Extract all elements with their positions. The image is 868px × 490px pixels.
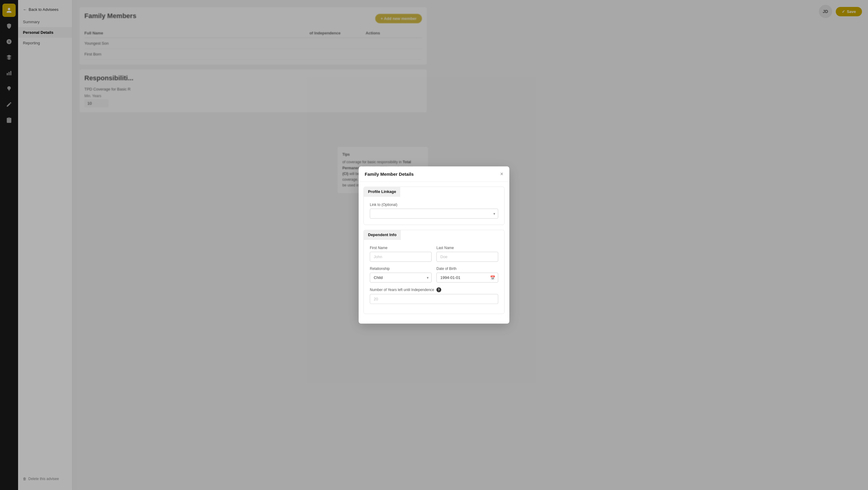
link-to-label: Link to (Optional) — [370, 203, 434, 207]
profile-linkage-card: Profile Linkage Link to (Optional) ▾ — [364, 187, 434, 225]
dependent-info-body: First Name Last Name Relationship — [364, 240, 434, 245]
modal-title: Family Member Details — [365, 171, 414, 176]
modal-header: Family Member Details × — [359, 167, 434, 182]
link-to-select[interactable] — [370, 209, 434, 219]
profile-linkage-body: Link to (Optional) ▾ — [364, 197, 434, 225]
dependent-info-card: Dependent Info First Name Last Name — [364, 230, 434, 245]
dependent-info-header: Dependent Info — [364, 230, 401, 240]
profile-linkage-header: Profile Linkage — [364, 187, 400, 197]
family-member-modal: Family Member Details × Profile Linkage … — [359, 167, 434, 245]
modal-body: Profile Linkage Link to (Optional) ▾ Dep… — [359, 182, 434, 245]
link-to-select-wrapper: ▾ — [370, 209, 434, 219]
